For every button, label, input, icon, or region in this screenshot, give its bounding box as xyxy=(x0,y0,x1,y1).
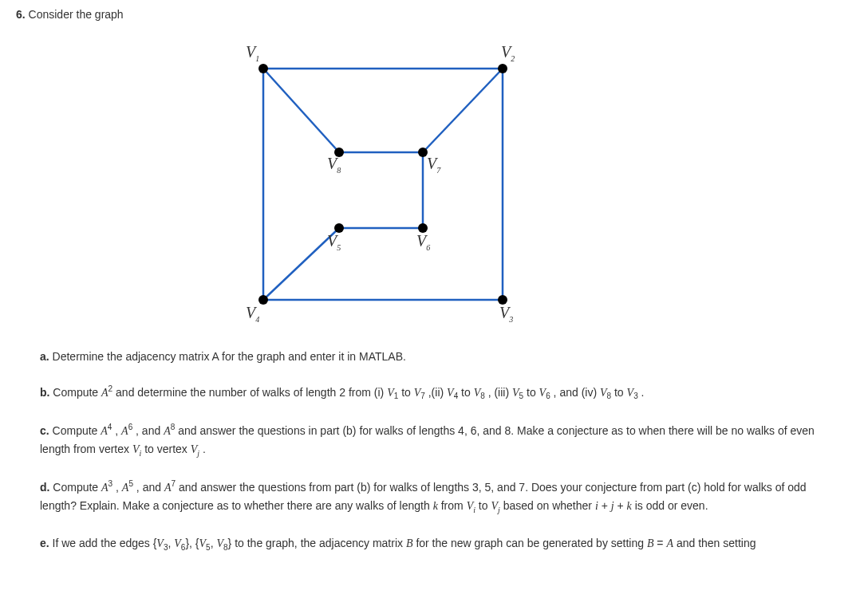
question-e: e. If we add the edges {V3, V6}, {V5, V8… xyxy=(40,534,828,554)
question-c: c. Compute A4 , A6 , and A8 and answer t… xyxy=(40,421,828,460)
label-v2: V2 xyxy=(501,43,515,63)
svg-line-4 xyxy=(263,69,339,152)
label-v4: V4 xyxy=(246,304,259,324)
question-list: a. Determine the adjacency matrix A for … xyxy=(16,348,828,553)
question-d: d. Compute A3 , A5 , and A7 and answer t… xyxy=(40,478,828,517)
label-v3: V3 xyxy=(499,304,513,324)
svg-point-13 xyxy=(258,295,268,305)
svg-line-5 xyxy=(423,69,503,152)
label-v1: V1 xyxy=(246,43,259,63)
svg-point-11 xyxy=(498,64,507,73)
problem-title: Consider the graph xyxy=(29,8,124,21)
svg-point-10 xyxy=(258,64,268,73)
question-a: a. Determine the adjacency matrix A for … xyxy=(40,348,828,365)
graph-svg xyxy=(223,37,542,324)
question-b: b. Compute A2 and determine the number o… xyxy=(40,383,828,403)
label-v7: V7 xyxy=(427,155,440,175)
label-v8: V8 xyxy=(327,155,341,175)
problem-header: 6. Consider the graph xyxy=(16,8,828,21)
label-v5: V5 xyxy=(327,232,341,252)
problem-number: 6. xyxy=(16,8,26,21)
label-v6: V6 xyxy=(416,232,430,252)
graph-figure: V1 V2 V3 V4 V5 V6 V7 V8 xyxy=(223,37,542,324)
